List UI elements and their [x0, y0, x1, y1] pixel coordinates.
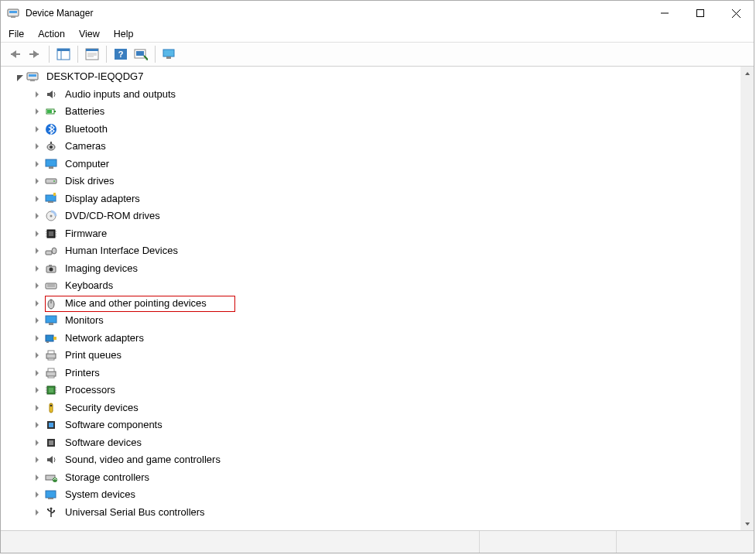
expand-toggle-icon[interactable]	[32, 228, 43, 239]
tree-item-processors[interactable]: Processors	[4, 382, 741, 399]
keyboards-icon	[44, 279, 58, 293]
toolbar-separator	[155, 46, 156, 63]
toolbar: ?	[1, 43, 754, 67]
toolbar-devices-and-printers-button[interactable]	[160, 45, 179, 63]
toolbar-properties-button[interactable]	[83, 45, 101, 63]
tree-item-cameras[interactable]: Cameras	[4, 138, 741, 156]
scroll-track[interactable]	[741, 80, 754, 517]
mice-and-other-pointing-devices-icon	[44, 296, 58, 310]
tree-item-network-adapters[interactable]: Network adapters	[4, 330, 741, 348]
close-button[interactable]	[718, 1, 754, 26]
expand-toggle-icon[interactable]	[32, 298, 43, 309]
expand-toggle-icon[interactable]	[32, 245, 43, 256]
vertical-scrollbar[interactable]	[741, 67, 754, 530]
svg-point-32	[50, 146, 53, 149]
tree-item-system-devices[interactable]: System devices	[4, 486, 741, 504]
toolbar-forward-button[interactable]	[26, 45, 44, 63]
maximize-button[interactable]	[682, 1, 718, 26]
dvd-cd-rom-drives-icon	[44, 209, 58, 223]
expand-toggle-icon[interactable]	[13, 71, 24, 82]
tree-item-security-devices[interactable]: Security devices	[4, 399, 741, 417]
svg-rect-66	[46, 354, 56, 358]
menu-help[interactable]: Help	[114, 29, 134, 39]
tree-item-sound-video-and-game-controllers[interactable]: Sound, video and game controllers	[4, 451, 741, 469]
tree-item-label: Imaging devices	[63, 259, 140, 278]
software-components-icon	[44, 418, 58, 432]
expand-toggle-icon[interactable]	[32, 159, 43, 170]
expand-toggle-icon[interactable]	[32, 176, 43, 187]
tree-item-keyboards[interactable]: Keyboards	[4, 277, 741, 295]
tree-item-printers[interactable]: Printers	[4, 365, 741, 382]
expand-toggle-icon[interactable]	[32, 124, 43, 135]
svg-rect-51	[46, 251, 52, 255]
tree-item-software-devices[interactable]: Software devices	[4, 434, 741, 452]
expand-toggle-icon[interactable]	[32, 350, 43, 361]
tree-root-label: DESKTOP-IEQQDG7	[44, 67, 145, 86]
tree-item-label: Processors	[63, 381, 118, 399]
disk-drives-icon	[44, 174, 58, 188]
expand-toggle-icon[interactable]	[32, 437, 43, 448]
tree-item-storage-controllers[interactable]: Storage controllers	[4, 469, 741, 487]
tree-item-software-components[interactable]: Software components	[4, 416, 741, 434]
toolbar-scan-hardware-button[interactable]	[132, 45, 150, 63]
tree-item-firmware[interactable]: Firmware	[4, 225, 741, 243]
tree-item-label: Monitors	[63, 311, 106, 330]
expand-toggle-icon[interactable]	[32, 454, 43, 465]
expand-toggle-icon[interactable]	[32, 89, 43, 100]
svg-rect-89	[48, 498, 53, 499]
cameras-icon	[44, 139, 58, 153]
tree-item-dvd-cd-rom-drives[interactable]: DVD/CD-ROM drives	[4, 207, 741, 225]
svg-rect-63	[46, 335, 53, 341]
expand-toggle-icon[interactable]	[32, 211, 43, 221]
expand-toggle-icon[interactable]	[32, 333, 43, 344]
tree-item-label: Computer	[63, 155, 111, 173]
svg-rect-4	[697, 10, 704, 17]
expand-toggle-icon[interactable]	[32, 403, 43, 413]
app-icon	[7, 7, 19, 19]
toolbar-back-button[interactable]	[5, 45, 24, 63]
expand-toggle-icon[interactable]	[32, 280, 43, 291]
software-devices-icon	[44, 436, 58, 450]
expand-toggle-icon[interactable]	[32, 489, 43, 500]
display-adapters-icon	[44, 192, 58, 206]
network-adapters-icon	[44, 331, 58, 345]
expand-toggle-icon[interactable]	[32, 194, 43, 204]
expand-toggle-icon[interactable]	[32, 106, 43, 117]
tree-item-display-adapters[interactable]: Display adapters	[4, 190, 741, 208]
tree-item-monitors[interactable]: Monitors	[4, 312, 741, 330]
tree-pane[interactable]: DESKTOP-IEQQDG7Audio inputs and outputsB…	[1, 67, 741, 530]
tree-item-batteries[interactable]: Batteries	[4, 103, 741, 121]
tree-item-imaging-devices[interactable]: Imaging devices	[4, 260, 741, 278]
tree-item-bluetooth[interactable]: Bluetooth	[4, 121, 741, 139]
expand-toggle-icon[interactable]	[32, 368, 43, 379]
expand-toggle-icon[interactable]	[32, 385, 43, 396]
scroll-down-arrow[interactable]	[741, 517, 754, 530]
minimize-button[interactable]	[647, 1, 682, 26]
tree-item-label: Universal Serial Bus controllers	[63, 503, 207, 522]
expand-toggle-icon[interactable]	[32, 472, 43, 483]
toolbar-show-hide-tree-button[interactable]	[54, 45, 73, 63]
menu-file[interactable]: File	[9, 29, 24, 39]
menu-view[interactable]: View	[79, 29, 100, 39]
tree-item-audio-inputs-and-outputs[interactable]: Audio inputs and outputs	[4, 86, 741, 104]
firmware-icon	[44, 227, 58, 241]
tree-item-mice-and-other-pointing-devices[interactable]: Mice and other pointing devices	[4, 295, 741, 313]
tree-item-disk-drives[interactable]: Disk drives	[4, 173, 741, 190]
tree-item-print-queues[interactable]: Print queues	[4, 347, 741, 365]
svg-rect-85	[49, 440, 53, 445]
expand-toggle-icon[interactable]	[32, 141, 43, 152]
expand-toggle-icon[interactable]	[32, 263, 43, 274]
toolbar-help-button[interactable]: ?	[111, 45, 130, 63]
menu-action[interactable]: Action	[38, 29, 65, 39]
svg-rect-34	[46, 159, 56, 166]
tree-item-human-interface-devices[interactable]: Human Interface Devices	[4, 242, 741, 260]
tree-item-computer[interactable]: Computer	[4, 156, 741, 173]
scroll-up-arrow[interactable]	[741, 67, 754, 80]
tree-item-universal-serial-bus-controllers[interactable]: Universal Serial Bus controllers	[4, 504, 741, 522]
svg-rect-70	[48, 368, 54, 372]
tree-root-node[interactable]: DESKTOP-IEQQDG7	[4, 68, 741, 86]
svg-rect-68	[48, 358, 54, 360]
expand-toggle-icon[interactable]	[32, 507, 43, 518]
expand-toggle-icon[interactable]	[32, 420, 43, 430]
expand-toggle-icon[interactable]	[32, 315, 43, 326]
